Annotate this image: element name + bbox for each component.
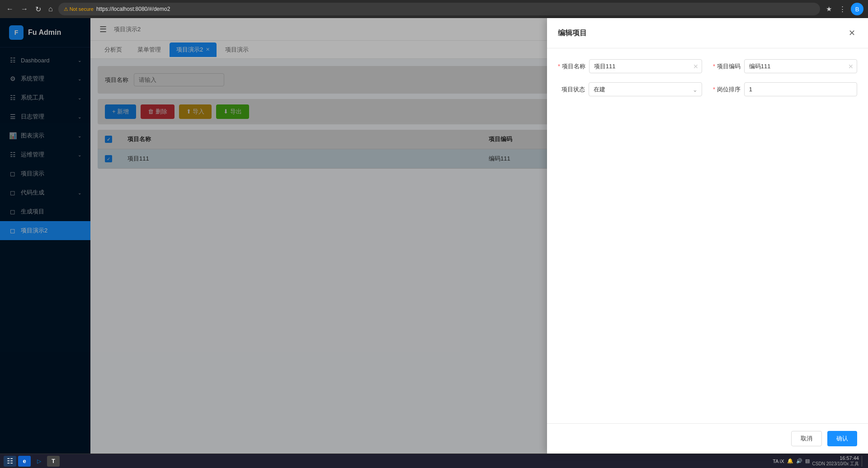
taskbar-vscode-icon[interactable]: ▷ <box>33 456 45 467</box>
project-code-input[interactable] <box>744 59 857 73</box>
taskbar-typora-icon[interactable]: T <box>47 456 60 467</box>
bookmark-button[interactable]: ★ <box>824 3 834 15</box>
url-text: https://localhost:8080/#/demo2 <box>96 6 170 12</box>
nav-forward-button[interactable]: → <box>19 3 30 15</box>
profile-avatar[interactable]: B <box>851 3 863 15</box>
modal-title: 编辑项目 <box>558 28 587 38</box>
browser-menu-button[interactable]: ⋮ <box>837 3 848 15</box>
form-row-1: * 项目名称 ✕ * 项目编码 <box>558 59 857 73</box>
taskbar-show-desktop-icon[interactable] <box>862 456 864 467</box>
edit-modal: 编辑项目 ✕ * 项目名称 ✕ <box>547 18 868 454</box>
taskbar-notification-icon[interactable]: 🔔 <box>787 458 793 464</box>
project-code-label: * 项目编码 <box>713 62 741 71</box>
nav-home-button[interactable]: ⌂ <box>47 3 55 15</box>
taskbar-right-text: TA iX <box>773 459 784 464</box>
taskbar-csdn-label: CSDN 2023/10/0x 工具 <box>812 461 859 467</box>
taskbar: ☷ e ▷ T TA iX 🔔 🔊 ▤ 16:57:44 CSDN 2023/1… <box>0 454 868 468</box>
position-order-input[interactable] <box>744 82 857 96</box>
taskbar-edge-icon[interactable]: e <box>18 456 31 467</box>
status-select-wrapper: 在建 完成 暂停 ⌄ <box>589 82 702 96</box>
project-name-label: * 项目名称 <box>558 62 585 71</box>
required-star: * <box>558 63 560 70</box>
position-order-label: * 岗位排序 <box>713 85 741 94</box>
project-name-wrapper: ✕ <box>589 59 702 73</box>
nav-back-button[interactable]: ← <box>5 3 15 15</box>
form-group-status: 项目状态 在建 完成 暂停 ⌄ <box>558 82 702 96</box>
not-secure-indicator: ⚠ Not secure <box>64 6 94 12</box>
project-code-clear-icon[interactable]: ✕ <box>848 63 854 70</box>
modal-footer: 取消 确认 <box>547 423 868 454</box>
form-group-project-code: * 项目编码 ✕ <box>713 59 857 73</box>
taskbar-start-button[interactable]: ☷ <box>4 456 16 467</box>
taskbar-network-icon[interactable]: ▤ <box>805 458 810 464</box>
modal-overlay: 编辑项目 ✕ * 项目名称 ✕ <box>0 18 868 454</box>
browser-actions: ★ ⋮ B <box>824 3 863 15</box>
status-select[interactable]: 在建 完成 暂停 <box>589 82 702 96</box>
cancel-button[interactable]: 取消 <box>791 431 822 446</box>
form-group-project-name: * 项目名称 ✕ <box>558 59 702 73</box>
required-star2: * <box>713 63 715 70</box>
modal-body: * 项目名称 ✕ * 项目编码 <box>547 48 868 423</box>
taskbar-time: 16:57:44 CSDN 2023/10/0x 工具 <box>812 455 859 467</box>
modal-header: 编辑项目 ✕ <box>547 18 868 48</box>
nav-refresh-button[interactable]: ↻ <box>33 3 43 15</box>
taskbar-right: TA iX 🔔 🔊 ▤ 16:57:44 CSDN 2023/10/0x 工具 <box>773 455 864 467</box>
required-star3: * <box>713 86 715 93</box>
browser-chrome: ← → ↻ ⌂ ⚠ Not secure https://localhost:8… <box>0 0 868 18</box>
status-label: 项目状态 <box>558 85 585 94</box>
form-group-position-order: * 岗位排序 <box>713 82 857 96</box>
position-order-wrapper <box>744 82 857 96</box>
project-name-input[interactable] <box>589 59 702 73</box>
project-name-clear-icon[interactable]: ✕ <box>693 63 698 70</box>
project-code-wrapper: ✕ <box>744 59 857 73</box>
taskbar-volume-icon[interactable]: 🔊 <box>796 458 802 464</box>
modal-close-button[interactable]: ✕ <box>847 27 857 39</box>
address-bar[interactable]: ⚠ Not secure https://localhost:8080/#/de… <box>58 3 820 15</box>
confirm-button[interactable]: 确认 <box>827 431 857 446</box>
form-row-2: 项目状态 在建 完成 暂停 ⌄ * 岗 <box>558 82 857 96</box>
